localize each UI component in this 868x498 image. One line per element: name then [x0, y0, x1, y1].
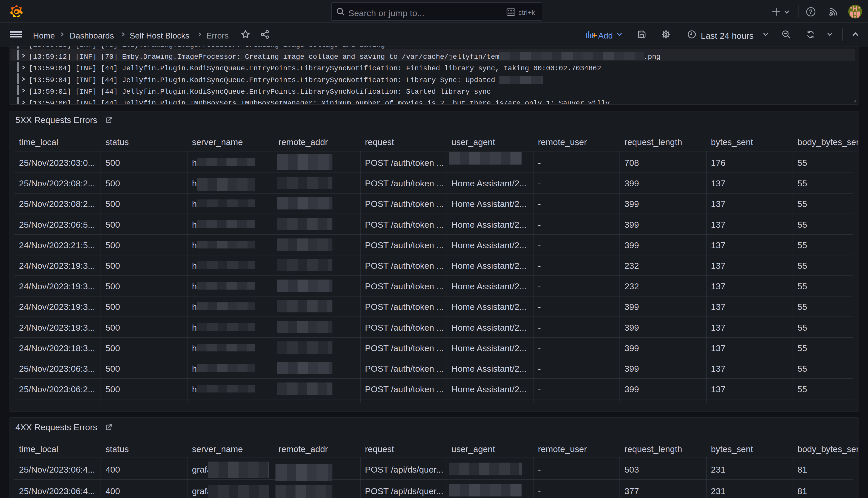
svg-text:?: ? — [809, 9, 813, 15]
